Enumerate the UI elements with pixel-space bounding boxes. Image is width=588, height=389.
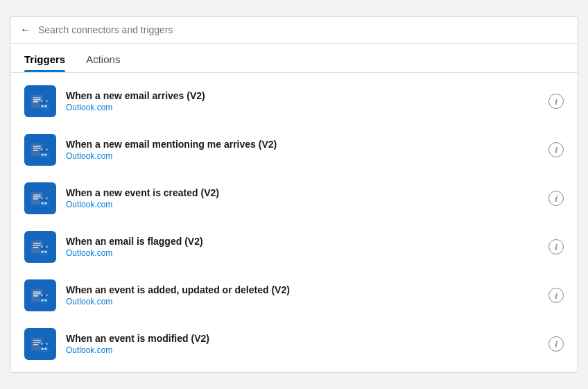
- svg-rect-21: [46, 149, 47, 151]
- trigger-title: When a new email mentioning me arrives (…: [66, 139, 548, 150]
- trigger-item[interactable]: When an event is modified (V2) Outlook.c…: [10, 320, 578, 368]
- triggers-list: When a new email arrives (V2) Outlook.co…: [10, 73, 578, 372]
- info-button[interactable]: i: [548, 191, 564, 206]
- svg-rect-3: [33, 99, 41, 100]
- connector-panel: ← Triggers Actions: [10, 16, 578, 373]
- search-input[interactable]: [38, 24, 568, 35]
- tab-triggers[interactable]: Triggers: [24, 44, 65, 72]
- svg-rect-15: [33, 150, 39, 150]
- trigger-item[interactable]: When an email is flagged (V2) Outlook.co…: [10, 223, 578, 271]
- svg-rect-65: [46, 343, 47, 345]
- trigger-icon: [24, 134, 56, 166]
- svg-rect-59: [33, 344, 39, 345]
- svg-rect-26: [33, 198, 39, 199]
- svg-rect-14: [33, 148, 41, 148]
- trigger-source: Outlook.com: [66, 151, 548, 161]
- svg-rect-58: [33, 342, 41, 343]
- trigger-item[interactable]: When a new email mentioning me arrives (…: [10, 126, 578, 174]
- svg-rect-8: [45, 105, 47, 107]
- svg-rect-48: [33, 295, 39, 296]
- trigger-title: When an event is added, updated or delet…: [66, 284, 548, 295]
- trigger-title: When an event is modified (V2): [66, 333, 548, 344]
- trigger-source: Outlook.com: [66, 297, 548, 306]
- search-bar: ←: [10, 17, 578, 44]
- trigger-text: When a new event is created (V2) Outlook…: [66, 187, 548, 209]
- svg-rect-62: [42, 348, 44, 350]
- trigger-title: When an email is flagged (V2): [66, 236, 548, 247]
- svg-rect-54: [46, 295, 47, 297]
- trigger-item[interactable]: When a new email arrives (V2) Outlook.co…: [10, 77, 578, 126]
- svg-rect-30: [45, 202, 47, 205]
- info-button[interactable]: i: [548, 239, 564, 254]
- trigger-icon: [24, 328, 56, 360]
- trigger-source: Outlook.com: [66, 103, 548, 112]
- info-button[interactable]: i: [548, 336, 564, 352]
- svg-rect-53: [42, 295, 42, 297]
- trigger-title: When a new event is created (V2): [66, 187, 548, 198]
- svg-rect-29: [42, 202, 44, 205]
- svg-rect-31: [42, 198, 42, 200]
- svg-rect-52: [45, 300, 47, 302]
- svg-rect-64: [42, 343, 42, 345]
- svg-rect-4: [33, 101, 39, 102]
- trigger-icon: [24, 182, 56, 214]
- trigger-item[interactable]: When an event is added, updated or delet…: [10, 271, 578, 320]
- info-button[interactable]: i: [548, 142, 564, 157]
- trigger-text: When a new email arrives (V2) Outlook.co…: [66, 90, 548, 112]
- trigger-icon: [24, 85, 56, 117]
- svg-rect-47: [33, 293, 41, 294]
- trigger-source: Outlook.com: [66, 248, 548, 258]
- svg-rect-36: [33, 245, 41, 245]
- svg-rect-42: [42, 246, 42, 248]
- trigger-source: Outlook.com: [66, 200, 548, 209]
- svg-rect-43: [46, 246, 47, 248]
- svg-rect-63: [45, 348, 47, 350]
- svg-rect-40: [42, 251, 44, 253]
- svg-rect-18: [42, 154, 44, 156]
- svg-rect-25: [33, 196, 41, 197]
- svg-rect-2: [33, 97, 41, 98]
- svg-rect-20: [42, 149, 42, 151]
- info-button[interactable]: i: [548, 288, 564, 303]
- svg-rect-41: [45, 251, 47, 253]
- info-button[interactable]: i: [548, 94, 564, 109]
- trigger-icon: [24, 279, 56, 311]
- svg-rect-7: [42, 105, 44, 107]
- svg-rect-32: [46, 198, 47, 200]
- trigger-source: Outlook.com: [66, 345, 548, 355]
- back-button[interactable]: ←: [20, 24, 31, 36]
- svg-rect-10: [46, 101, 47, 103]
- trigger-text: When an email is flagged (V2) Outlook.co…: [66, 236, 548, 258]
- svg-rect-19: [45, 154, 47, 156]
- svg-rect-51: [42, 300, 44, 302]
- tab-actions[interactable]: Actions: [86, 44, 120, 72]
- trigger-text: When an event is modified (V2) Outlook.c…: [66, 333, 548, 355]
- trigger-item[interactable]: When a new event is created (V2) Outlook…: [10, 174, 578, 223]
- svg-rect-13: [33, 146, 41, 146]
- trigger-icon: [24, 231, 56, 263]
- trigger-text: When a new email mentioning me arrives (…: [66, 139, 548, 161]
- svg-rect-37: [33, 247, 39, 248]
- svg-rect-46: [33, 291, 41, 292]
- trigger-text: When an event is added, updated or delet…: [66, 284, 548, 306]
- svg-rect-35: [33, 243, 41, 243]
- svg-rect-9: [42, 101, 42, 103]
- svg-rect-24: [33, 194, 41, 195]
- tabs-bar: Triggers Actions: [10, 44, 578, 73]
- svg-rect-57: [33, 340, 41, 340]
- trigger-title: When a new email arrives (V2): [66, 90, 548, 101]
